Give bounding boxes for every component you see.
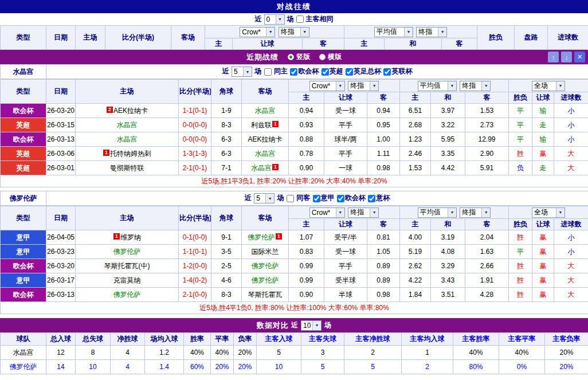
team1-summary: 近5场,胜1平3负1, 胜率:20% 让胜率:20% 大率:40% 单率:20% (1, 175, 588, 187)
home-odds-cell: 0.78 (289, 147, 324, 161)
result-cell: 胜 (509, 147, 532, 161)
lose-odds-cell: 1.53 (465, 104, 509, 118)
league-checkbox-1[interactable] (337, 195, 344, 202)
corner-cell: 6-3 (211, 147, 242, 161)
team1-bar-row: 水晶宫 近 5▼ 场 同主 欧会杯 英超 英足总杯 英联杯 (1, 65, 588, 79)
bookmaker-select[interactable]: Crow*▼ (309, 207, 345, 218)
full-match-select[interactable]: 全场▼ (532, 81, 565, 91)
col-date: 日期 (46, 26, 76, 50)
select-value: 平均值 (420, 81, 441, 91)
league-checkbox-2[interactable] (368, 195, 375, 202)
horizontal-radio[interactable] (319, 54, 326, 60)
h2h-count-select[interactable]: 0▼ (264, 14, 285, 25)
odds-stage-select[interactable]: 终指▼ (348, 207, 379, 218)
date-cell: 26-03-13 (46, 288, 76, 302)
same-home-checkbox[interactable] (264, 68, 272, 76)
league-checkbox-0[interactable] (290, 68, 297, 76)
rank-badge: 2 (107, 107, 113, 113)
h2h-title: 对战往绩 (277, 2, 311, 12)
select-value: 终指 (418, 27, 432, 37)
team2-filter: 近 5▼ 场 同客 意甲 欧会杯 意杯 (46, 191, 588, 206)
move-up-button[interactable]: ↑ (548, 52, 559, 62)
stat-cell: 40% (184, 346, 211, 360)
odds-stage-select[interactable]: 终指▼ (348, 81, 379, 91)
handicap-result-cell: 赢 (532, 273, 554, 288)
handicap-cell: 平手 (324, 259, 367, 273)
match-row: 意甲 26-03-17 克雷莫纳 1-4(0-2) 4-6 佛罗伦萨 0.99 … (1, 273, 588, 288)
team-name-cell: 水晶宫 (1, 346, 46, 360)
league-checkbox-3[interactable] (383, 68, 391, 76)
chevron-down-icon: ▼ (370, 208, 378, 217)
compare-count-select[interactable]: 10▼ (301, 320, 322, 331)
compare-row: 水晶宫 12 8 4 1.2 40% 40% 20% 5 3 2 1 40% 4… (1, 346, 588, 360)
away-team-cell: 佛罗伦萨 (242, 273, 289, 288)
league-cell: 英超 (1, 118, 46, 132)
bookmaker-select[interactable]: Crow*▼ (240, 27, 275, 37)
near-label: 近 (291, 320, 298, 330)
home-team-cell: 2AEK拉纳卡 (76, 104, 179, 118)
stat-cell: 20% (545, 346, 588, 360)
team2-count-select[interactable]: 5▼ (254, 193, 275, 203)
league-checkbox-0[interactable] (313, 195, 320, 202)
bookmaker-select[interactable]: Crow*▼ (309, 81, 345, 91)
lose-odds-cell: 1.63 (465, 245, 509, 259)
compare-bar: 数据对比 近 10▼ 场 (0, 318, 588, 332)
team2-table: 类型 日期 主场 比分(半场) 角球 客场 Crow*▼ 终指▼ 平均值▼ 终指… (0, 206, 588, 314)
lose-odds-cell: 2.04 (465, 230, 509, 245)
away-team-name: 国际米兰 (252, 248, 279, 256)
select-value: 5 (256, 194, 260, 202)
chevron-down-icon: ▼ (448, 208, 456, 217)
corner-cell: 6-3 (211, 132, 242, 147)
handicap-odds-selects: Crow*▼ 终指▼ (289, 206, 400, 219)
home-odds-cell: 0.99 (289, 259, 324, 273)
average-select[interactable]: 平均值▼ (418, 81, 457, 91)
league-cell: 英超 (1, 161, 46, 175)
average-select[interactable]: 平均值▼ (374, 27, 413, 37)
close-button[interactable]: ✕ (574, 52, 585, 62)
win-odds-cell: 2.68 (400, 118, 431, 132)
away-team-name: 佛罗伦萨 (252, 276, 279, 284)
league-cell: 意甲 (1, 245, 46, 259)
win-odds-cell: 4.22 (400, 273, 431, 288)
odds-stage-select[interactable]: 终指▼ (460, 207, 491, 218)
team1-count-select[interactable]: 5▼ (232, 66, 252, 77)
col-lose-odds: 客 (465, 219, 509, 230)
col-goals: 进球数 (554, 92, 588, 104)
select-value: 全场 (534, 81, 548, 91)
stat-cell: 0% (499, 360, 545, 374)
col-result: 胜负 (509, 92, 532, 104)
h2h-title-bar: 对战往绩 (0, 0, 588, 13)
odds-stage-select[interactable]: 终指▼ (416, 27, 447, 37)
stat-cell: 2 (344, 346, 402, 360)
col-win-odds: 主 (344, 38, 385, 50)
col-venue-win-rate: 主客胜率 (453, 333, 499, 346)
odds-stage-select[interactable]: 终指▼ (279, 27, 309, 37)
same-away-checkbox[interactable] (287, 195, 294, 202)
vertical-radio[interactable] (288, 54, 294, 60)
league-checkbox-1[interactable] (322, 68, 329, 76)
lose-odds-cell: 2.73 (465, 118, 509, 132)
full-match-select[interactable]: 全场▼ (532, 207, 565, 218)
col-draw-rate: 平率 (211, 333, 234, 346)
home-team-name: AEK拉纳卡 (113, 107, 148, 115)
move-down-button[interactable]: ↓ (561, 52, 572, 62)
col-path: 盘路 (515, 26, 548, 50)
select-value: 终指 (350, 81, 364, 91)
league-checkbox-2[interactable] (346, 68, 353, 76)
games-label: 场 (287, 14, 294, 24)
league-cell: 欧会杯 (1, 132, 46, 147)
home-team-cell: 水晶宫 (76, 132, 179, 147)
games-label: 场 (254, 67, 261, 75)
col-venue-avg-goals: 主客均入球 (402, 333, 453, 346)
same-venue-checkbox[interactable] (296, 15, 304, 23)
away-team-cell: 水晶宫 (242, 104, 289, 118)
match-row: 英超 26-03-06 1托特纳姆热刺 1-3(1-3) 6-3 水晶宫 0.7… (1, 147, 588, 161)
home-odds-cell: 0.93 (289, 118, 324, 132)
away-team-cell: 琴斯托霍瓦 (242, 288, 289, 302)
select-value: 5 (234, 68, 238, 76)
col-date: 日期 (46, 206, 76, 230)
odds-stage-select[interactable]: 终指▼ (460, 81, 491, 91)
handicap-cell: 球半/两 (324, 132, 367, 147)
average-select[interactable]: 平均值▼ (418, 207, 457, 218)
home-team-name: 维罗纳 (120, 233, 141, 241)
